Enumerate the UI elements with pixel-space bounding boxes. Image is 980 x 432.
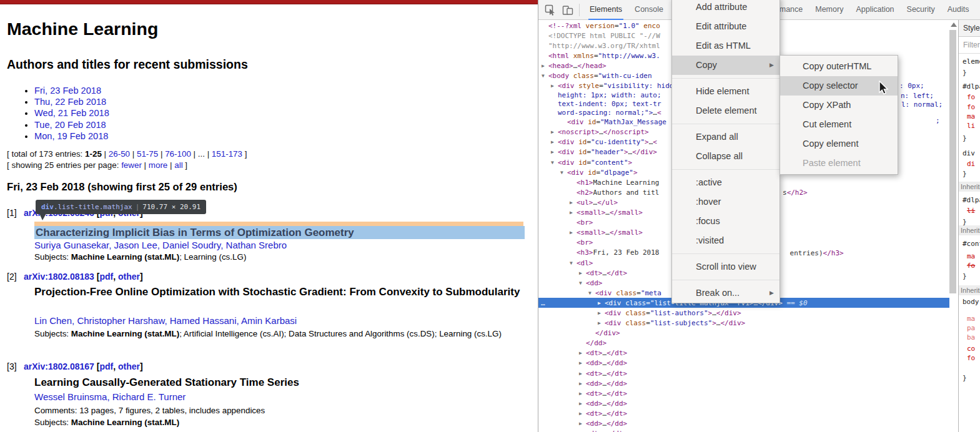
collapsed-arrow-icon[interactable]: ▶ (598, 320, 605, 326)
expanded-arrow-icon[interactable]: ▼ (560, 170, 567, 175)
date-link[interactable]: Mon, 19 Feb 2018 (34, 131, 108, 141)
tab-styles[interactable]: Styles (959, 20, 980, 37)
collapsed-arrow-icon[interactable]: ▶ (570, 230, 577, 235)
expanded-arrow-icon[interactable]: ▼ (551, 160, 558, 165)
tree-node[interactable]: ▶<dt>…</dt> (538, 429, 949, 432)
collapsed-arrow-icon[interactable]: ▶ (579, 401, 586, 406)
css-property[interactable]: ba (967, 333, 975, 341)
menu-item-edit-as-html[interactable]: Edit as HTML (672, 36, 780, 56)
scroll-up-arrow-icon[interactable] (951, 22, 957, 27)
tree-node[interactable]: </div> (538, 328, 949, 338)
menu-item-edit-attribute[interactable]: Edit attribute (672, 17, 780, 36)
collapsed-arrow-icon[interactable]: ▶ (551, 83, 558, 89)
collapsed-arrow-icon[interactable]: ▶ (579, 360, 586, 366)
css-property[interactable]: fo (967, 103, 975, 111)
tab-elements[interactable]: Elements (590, 0, 622, 20)
date-link[interactable]: Fri, 23 Feb 2018 (34, 86, 101, 96)
date-link[interactable]: Tue, 20 Feb 2018 (34, 120, 106, 130)
expanded-arrow-icon[interactable]: ▼ (588, 290, 595, 296)
page-link[interactable]: all (174, 160, 182, 170)
expanded-arrow-icon[interactable]: ▼ (579, 280, 586, 286)
menu-item-hide-element[interactable]: Hide element (672, 82, 780, 101)
collapsed-arrow-icon[interactable]: ▶ (598, 300, 605, 306)
collapsed-arrow-icon[interactable]: ▶ (579, 371, 586, 376)
menu-item-copy[interactable]: Copy▶ (672, 56, 780, 75)
arxiv-id-link[interactable]: arXiv:1802.08167 (24, 361, 94, 371)
page-link[interactable]: other (118, 361, 140, 371)
page-link[interactable]: more (149, 160, 168, 170)
device-toolbar-icon[interactable] (562, 4, 573, 16)
arxiv-id-link[interactable]: arXiv:1802.08183 (24, 272, 94, 282)
submenu-item-copy-element[interactable]: Copy element (780, 134, 898, 154)
collapsed-arrow-icon[interactable]: ▶ (579, 411, 586, 416)
inspect-element-icon[interactable] (545, 4, 556, 16)
menu-item-delete-element[interactable]: Delete element (672, 101, 780, 120)
submenu-item-copy-xpath[interactable]: Copy XPath (780, 96, 898, 115)
tab-audits[interactable]: Audits (948, 0, 969, 20)
css-property[interactable]: fo (967, 93, 975, 101)
page-link[interactable]: other (118, 272, 140, 282)
page-link[interactable]: fewer (121, 160, 142, 170)
entry-authors-links[interactable]: Lin Chen, Christopher Harshaw, Hamed Has… (34, 315, 297, 326)
tree-node[interactable]: ▶<dt>…</dt> (538, 348, 949, 358)
menu-item-break-on[interactable]: Break on...▶ (672, 283, 780, 303)
menu-item-active[interactable]: :active (672, 173, 780, 192)
tree-node[interactable]: ▶<dt>…</dt> (538, 408, 949, 418)
tree-node[interactable]: ▶<dt>…</dt> (538, 388, 949, 398)
collapsed-arrow-icon[interactable]: ▶ (551, 129, 558, 135)
styles-filter-input[interactable]: Filter (959, 37, 980, 54)
tree-node[interactable]: ▶<dd>…</dd> (538, 378, 949, 388)
elements-scrollbar[interactable] (949, 30, 956, 293)
page-link[interactable]: pdf (99, 361, 113, 371)
collapsed-arrow-icon[interactable]: ▶ (551, 149, 558, 155)
page-link[interactable]: 51-75 (137, 149, 158, 159)
date-link[interactable]: Wed, 21 Feb 2018 (34, 108, 109, 118)
css-property[interactable]: fo (967, 262, 975, 270)
tree-node[interactable]: ▶<div class="list-subjects">…</div> (538, 318, 949, 328)
entry-authors-links[interactable]: Suriya Gunasekar, Jason Lee, Daniel Soud… (34, 240, 287, 250)
tab-security[interactable]: Security (907, 0, 935, 20)
menu-item-scroll-into-view[interactable]: Scroll into view (672, 257, 780, 277)
css-property[interactable]: ma (967, 252, 975, 260)
collapsed-arrow-icon[interactable]: ▶ (551, 139, 558, 145)
css-property[interactable]: li (967, 122, 975, 130)
date-link[interactable]: Thu, 22 Feb 2018 (34, 97, 106, 107)
collapsed-arrow-icon[interactable]: ▶ (579, 350, 586, 356)
submenu-item-copy-outerhtml[interactable]: Copy outerHTML (780, 57, 898, 76)
submenu-item-cut-element[interactable]: Cut element (780, 115, 898, 134)
tree-node[interactable]: ▶<dd>…</dd> (538, 418, 949, 428)
tree-node[interactable]: ▶<dt>…</dt> (538, 368, 949, 378)
expanded-arrow-icon[interactable]: ▼ (570, 260, 577, 266)
tab-console[interactable]: Console (635, 0, 663, 20)
collapsed-arrow-icon[interactable]: ▶ (579, 391, 586, 396)
css-property[interactable]: ma (967, 112, 975, 120)
menu-item-collapse-all[interactable]: Collapse all (672, 147, 780, 166)
css-property[interactable]: fo (967, 354, 975, 362)
css-property[interactable]: di (967, 160, 975, 168)
collapsed-arrow-icon[interactable]: ▶ (570, 200, 577, 205)
css-property[interactable]: li (967, 207, 975, 215)
css-property[interactable]: ma (967, 315, 975, 323)
page-link[interactable]: pdf (99, 272, 113, 282)
css-property[interactable]: pa (967, 324, 975, 332)
expanded-arrow-icon[interactable]: ▼ (542, 73, 548, 79)
collapsed-arrow-icon[interactable]: ▶ (542, 63, 548, 69)
entry-authors-links[interactable]: Wessel Bruinsma, Richard E. Turner (34, 391, 186, 402)
menu-item-visited[interactable]: :visited (672, 231, 780, 250)
collapsed-arrow-icon[interactable]: ▶ (570, 210, 577, 215)
menu-item-hover[interactable]: :hover (672, 192, 780, 212)
tree-node[interactable]: ▶<dd>…</dd> (538, 398, 949, 408)
menu-item-focus[interactable]: :focus (672, 212, 780, 231)
menu-item-expand-all[interactable]: Expand all (672, 127, 780, 147)
css-property[interactable]: co (967, 345, 975, 353)
collapsed-arrow-icon[interactable]: ▶ (598, 310, 605, 316)
tree-node[interactable]: </dd> (538, 338, 949, 348)
collapsed-arrow-icon[interactable]: ▶ (579, 270, 586, 276)
page-link[interactable]: 151-173 (212, 149, 242, 159)
page-link[interactable]: 76-100 (165, 149, 191, 159)
tree-node[interactable]: ▶<dd>…</dd> (538, 358, 949, 368)
menu-item-add-attribute[interactable]: Add attribute (672, 0, 780, 17)
tree-node[interactable]: ▶<div class="list-authors">…</div> (538, 308, 949, 318)
tab-memory[interactable]: Memory (815, 0, 843, 20)
collapsed-arrow-icon[interactable]: ▶ (579, 381, 586, 386)
